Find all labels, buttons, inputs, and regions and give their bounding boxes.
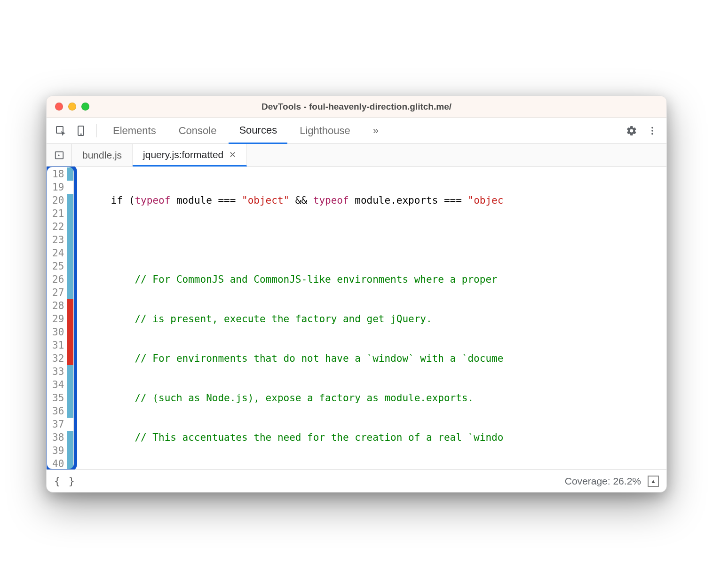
file-tab-label: jquery.js:formatted <box>143 149 223 160</box>
coverage-marker <box>67 326 73 339</box>
devtools-toolbar: Elements Console Sources Lighthouse » <box>47 118 666 144</box>
navigator-toggle-icon[interactable] <box>47 144 72 166</box>
coverage-marker <box>67 405 73 418</box>
file-tab-bundle[interactable]: bundle.js <box>72 144 133 166</box>
show-drawer-icon[interactable] <box>648 476 659 487</box>
code-content[interactable]: if (typeof module === "object" && typeof… <box>74 167 666 469</box>
pretty-print-icon[interactable]: { } <box>54 475 76 487</box>
devtools-window: DevTools - foul-heavenly-direction.glitc… <box>46 95 667 493</box>
coverage-column <box>67 167 73 469</box>
coverage-marker <box>67 431 73 444</box>
settings-gear-icon[interactable] <box>622 121 641 140</box>
tab-elements[interactable]: Elements <box>103 118 166 143</box>
svg-point-3 <box>651 127 653 128</box>
line-numbers: 18 19 20 21 22 23 24 25 26 27 28 29 30 3… <box>47 167 67 469</box>
coverage-marker <box>67 233 73 246</box>
toggle-device-icon[interactable] <box>72 121 91 140</box>
tab-lighthouse[interactable]: Lighthouse <box>289 118 361 143</box>
window-title: DevTools - foul-heavenly-direction.glitc… <box>47 102 666 112</box>
coverage-marker <box>67 246 73 260</box>
svg-point-5 <box>651 133 653 135</box>
coverage-marker <box>67 260 73 273</box>
separator <box>96 124 97 137</box>
svg-point-4 <box>651 130 653 132</box>
coverage-status: Coverage: 26.2% <box>565 476 641 487</box>
coverage-marker <box>67 220 73 233</box>
tab-sources[interactable]: Sources <box>229 118 287 144</box>
coverage-marker <box>67 207 73 220</box>
code-editor: 18 19 20 21 22 23 24 25 26 27 28 29 30 3… <box>47 167 666 469</box>
coverage-marker <box>67 444 73 457</box>
coverage-marker <box>67 339 73 352</box>
status-bar: { } Coverage: 26.2% <box>47 469 666 492</box>
coverage-marker <box>67 286 73 299</box>
file-tab-jquery[interactable]: jquery.js:formatted ✕ <box>133 144 247 167</box>
more-tabs-button[interactable]: » <box>363 118 389 143</box>
coverage-marker <box>67 352 73 365</box>
gutter: 18 19 20 21 22 23 24 25 26 27 28 29 30 3… <box>47 167 74 469</box>
coverage-marker <box>67 167 73 181</box>
coverage-marker <box>67 273 73 286</box>
coverage-marker <box>67 299 73 312</box>
coverage-marker <box>67 457 73 469</box>
coverage-marker <box>67 418 73 431</box>
file-tabs-bar: bundle.js jquery.js:formatted ✕ <box>47 144 666 167</box>
kebab-menu-icon[interactable] <box>643 121 662 140</box>
coverage-marker <box>67 378 73 391</box>
coverage-marker <box>67 312 73 326</box>
titlebar: DevTools - foul-heavenly-direction.glitc… <box>47 96 666 118</box>
inspect-element-icon[interactable] <box>51 121 70 140</box>
coverage-marker <box>67 391 73 405</box>
tab-console[interactable]: Console <box>168 118 227 143</box>
coverage-marker <box>67 194 73 207</box>
coverage-marker <box>67 181 73 194</box>
file-tab-label: bundle.js <box>82 150 122 161</box>
coverage-marker <box>67 365 73 378</box>
close-tab-icon[interactable]: ✕ <box>229 150 236 160</box>
